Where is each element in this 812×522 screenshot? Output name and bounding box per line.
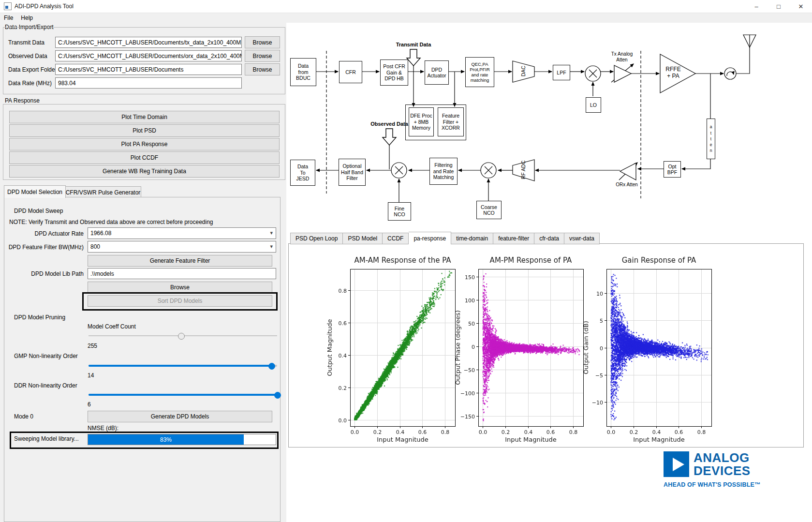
window-title: ADI-DPD Analysis Tool (15, 3, 74, 10)
group-pa-response: Plot Time Domain Plot PSD Plot PA Respon… (3, 104, 285, 180)
dpd-model-lib-path-label: DPD Model Lib Path (4, 270, 84, 277)
dpd-model-pruning-label: DPD Model Pruning (14, 314, 65, 321)
plot-time-domain-button[interactable]: Plot Time Domain (9, 111, 280, 123)
logo-tagline: AHEAD OF WHAT'S POSSIBLE™ (664, 481, 761, 488)
dpd-model-selection-panel: DPD Model Sweep NOTE: Verify Transmit an… (4, 197, 281, 522)
generate-dpd-models-button[interactable]: Generate DPD Models (88, 411, 272, 422)
tab-feature-filter[interactable]: feature-filter (493, 233, 534, 244)
transmit-data-label: Transmit Data (8, 39, 44, 46)
data-export-folder-input[interactable]: C:/Users/SVC_HMCOTT_LABUSER/Documents (55, 64, 242, 75)
chevron-down-icon: ▾ (270, 243, 273, 250)
diagram-box-lpf: LPF (553, 65, 570, 80)
diagram-box-coarse-nco: Coarse NCO (476, 201, 502, 219)
dpd-feature-filter-bw-combobox[interactable]: 800 ▾ (88, 241, 276, 253)
transmit-data-browse-button[interactable]: Browse (245, 36, 280, 48)
diagram-label-rffe-pa: RFFE + PA (661, 66, 686, 80)
plot-ccdf-button[interactable]: Plot CCDF (9, 151, 280, 164)
slider-thumb[interactable] (178, 333, 185, 340)
note-label: NOTE: Verify Transmit and Observed data … (9, 219, 213, 225)
tab-pa-response[interactable]: pa-response (409, 232, 451, 244)
tab-psd-model[interactable]: PSD Model (343, 233, 383, 244)
app-icon (4, 2, 12, 10)
diagram-label-transmit-data: Transmit Data (387, 42, 440, 48)
nmse-label: NMSE (dB): (88, 425, 118, 432)
data-export-folder-browse-button[interactable]: Browse (245, 63, 280, 75)
right-panel: Data from BDUC CFR Post CFR Gain & DPD H… (286, 23, 812, 522)
minimize-button[interactable]: – (745, 0, 768, 13)
diagram-box-atten: a t t e n (707, 119, 715, 159)
diagram-box-optional-half-band: Optional Half Band Filter (339, 159, 366, 186)
diagram-box-dpd-actuator: DPD Actuator (425, 60, 449, 85)
generate-feature-filter-button[interactable]: Generate Feature Filter (88, 255, 272, 267)
slider-thumb[interactable] (274, 392, 281, 399)
tab-dpd-model-selection[interactable]: DPD Model Selection (4, 185, 66, 198)
dpd-model-sweep-label: DPD Model Sweep (14, 208, 63, 214)
data-rate-input[interactable]: 983.04 (55, 77, 242, 89)
menu-help[interactable]: Help (17, 14, 37, 22)
ddr-nonlinearity-order-label: DDR Non-linearity Order (14, 382, 77, 389)
gmp-nonlinearity-order-label: GMP Non-linearity Order (14, 353, 78, 359)
diagram-label-dac: DAC (520, 61, 526, 81)
model-coeff-count-label: Model Coeff Count (88, 323, 136, 330)
diagram-box-data-from-bduc: Data from BDUC (290, 58, 316, 86)
dpd-model-lib-path-input[interactable]: .\\models (88, 268, 276, 279)
generate-wb-reg-training-data-button[interactable]: Generate WB Reg Training Data (9, 165, 280, 178)
mode-label: Mode 0 (14, 413, 33, 420)
ddr-nonlinearity-order-slider[interactable] (89, 391, 277, 399)
diagram-box-opt-bpf: Opt BPF (664, 161, 681, 178)
sort-dpd-models-button[interactable]: Sort DPD Models (88, 295, 272, 307)
observed-data-browse-button[interactable]: Browse (245, 50, 280, 62)
diagram-box-data-to-jesd: Data To JESD (290, 160, 315, 186)
pa-response-plot-panel (288, 243, 804, 447)
maximize-button[interactable]: □ (768, 0, 790, 13)
logo-word-devices: DEVICES (694, 464, 751, 477)
diagram-box-cfr: CFR (339, 61, 362, 83)
diagram-label-rf-adc: RF ADC (520, 158, 526, 181)
transmit-data-input[interactable]: C:/Users/SVC_HMCOTT_LABUSER/Documents/tx… (55, 37, 242, 48)
ddr-nonlinearity-order-value: 6 (88, 401, 91, 408)
dpd-actuator-rate-combobox[interactable]: 1966.08 ▾ (88, 227, 276, 239)
slider-thumb[interactable] (268, 363, 275, 370)
system-block-diagram: Data from BDUC CFR Post CFR Gain & DPD H… (288, 23, 812, 229)
plot-pa-response-button[interactable]: Plot PA Response (9, 138, 280, 150)
lib-path-browse-button[interactable]: Browse (88, 282, 272, 293)
plot-psd-button[interactable]: Plot PSD (9, 124, 280, 137)
diagram-box-qec: QEC,PA Prot,PFIR and rate matching (465, 57, 494, 87)
model-coeff-count-value: 255 (88, 343, 97, 349)
gmp-nonlinearity-order-slider[interactable] (89, 362, 277, 370)
dpd-feature-filter-bw-label: DPD Feature Filter BW(MHz) (4, 244, 84, 251)
menu-file[interactable]: File (0, 14, 17, 22)
tab-time-domain[interactable]: time-domain (451, 233, 493, 244)
sweep-progress-bar: 83% (88, 434, 276, 445)
tab-ccdf[interactable]: CCDF (383, 233, 409, 244)
logo-word-analog: ANALOG (694, 451, 750, 464)
adi-triangle-icon (673, 458, 684, 471)
diagram-box-feature-filter: Feature Filter + XCORR (438, 107, 464, 136)
model-coeff-count-slider[interactable] (89, 332, 277, 340)
gmp-nonlinearity-order-value: 14 (88, 372, 94, 379)
pa-response-charts (291, 247, 750, 446)
dpd-feature-filter-bw-value: 800 (90, 243, 100, 250)
data-export-folder-label: Data Export Folder (8, 66, 57, 73)
diagram-box-fine-nco: Fine NCO (388, 202, 411, 221)
plot-tab-strip: PSD Open Loop PSD Model CCDF pa-response… (290, 232, 600, 244)
title-bar: ADI-DPD Analysis Tool – □ ✕ (0, 0, 812, 13)
diagram-box-post-cfr: Post CFR Gain & DPD HB (380, 60, 408, 86)
tab-psd-open-loop[interactable]: PSD Open Loop (290, 233, 343, 244)
chevron-down-icon: ▾ (270, 230, 273, 236)
adi-logo-mark (664, 451, 689, 477)
group-data-import-export: Transmit Data C:/Users/SVC_HMCOTT_LABUSE… (3, 27, 285, 94)
close-button[interactable]: ✕ (790, 0, 812, 13)
dpd-actuator-rate-label: DPD Actuator Rate (4, 230, 84, 237)
data-rate-label: Data Rate (MHz) (8, 80, 52, 87)
sweeping-model-library-label: Sweeping Model library... (14, 435, 79, 442)
menu-bar: File Help (0, 13, 812, 23)
sweep-progress-text: 83% (160, 436, 172, 443)
left-panel: Data Import/Export Transmit Data C:/User… (0, 23, 286, 522)
tab-vswr-data[interactable]: vswr-data (564, 233, 600, 244)
slider-fill (89, 365, 271, 367)
observed-data-label: Observed Data (8, 53, 47, 60)
observed-data-input[interactable]: C:/Users/SVC_HMCOTT_LABUSER/Documents/or… (55, 50, 242, 61)
slider-fill (89, 394, 277, 396)
tab-cfr-data[interactable]: cfr-data (534, 233, 564, 244)
